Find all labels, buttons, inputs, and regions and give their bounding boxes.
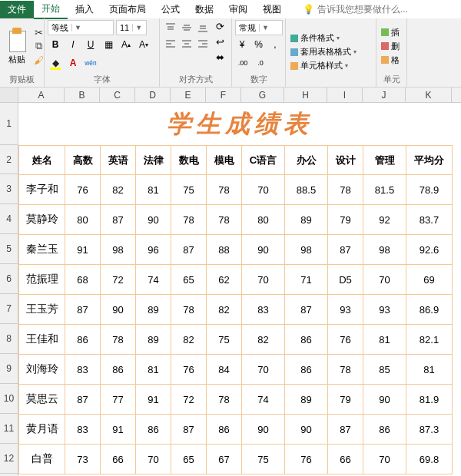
menu-file[interactable]: 文件 xyxy=(0,1,34,18)
menu-insert[interactable]: 插入 xyxy=(68,1,101,18)
average-cell[interactable]: 82.1 xyxy=(406,325,453,355)
align-top-button[interactable] xyxy=(163,20,178,35)
comma-button[interactable]: , xyxy=(268,37,282,52)
score-cell[interactable]: 65 xyxy=(171,445,207,474)
score-cell[interactable]: 68 xyxy=(65,265,101,295)
currency-button[interactable]: ¥ xyxy=(235,37,249,52)
score-cell[interactable]: 86 xyxy=(65,325,101,355)
score-cell[interactable]: 87 xyxy=(328,235,363,265)
menu-page-layout[interactable]: 页面布局 xyxy=(101,1,154,18)
average-cell[interactable]: 81.9 xyxy=(406,385,453,415)
number-format-combo[interactable]: 常规▼ xyxy=(235,20,283,35)
score-cell[interactable]: 90 xyxy=(101,295,136,325)
score-cell[interactable]: 83 xyxy=(65,415,101,445)
copy-icon[interactable]: ⧉ xyxy=(32,40,45,52)
score-cell[interactable]: 90 xyxy=(285,415,328,445)
format-cells-button[interactable]: 格 xyxy=(380,54,403,67)
score-cell[interactable]: 84 xyxy=(207,355,242,385)
score-cell[interactable]: 76 xyxy=(285,445,328,474)
row-header[interactable]: 5 xyxy=(0,234,18,264)
column-header[interactable]: D xyxy=(135,88,171,102)
row-header[interactable]: 11 xyxy=(0,414,18,444)
cut-icon[interactable]: ✂ xyxy=(32,26,45,38)
orientation-button[interactable]: ⟳ xyxy=(214,20,226,32)
student-name-cell[interactable]: 莫静玲 xyxy=(19,205,65,235)
column-header[interactable]: F xyxy=(206,88,241,102)
row-header[interactable]: 12 xyxy=(0,444,18,474)
conditional-format-button[interactable]: 条件格式▾ xyxy=(289,31,373,45)
student-name-cell[interactable]: 莫思云 xyxy=(19,385,65,415)
average-cell[interactable]: 81 xyxy=(406,355,453,385)
score-cell[interactable]: 70 xyxy=(136,445,171,474)
student-name-cell[interactable]: 王玉芳 xyxy=(19,295,65,325)
score-cell[interactable]: 75 xyxy=(171,175,207,205)
menu-review[interactable]: 审阅 xyxy=(221,1,255,18)
column-header[interactable]: K xyxy=(406,88,452,102)
score-cell[interactable]: 82 xyxy=(242,325,285,355)
column-header[interactable]: E xyxy=(171,88,206,102)
score-cell[interactable]: 86 xyxy=(285,325,328,355)
score-cell[interactable]: 70 xyxy=(363,445,406,474)
row-header[interactable]: 8 xyxy=(0,324,18,354)
student-name-cell[interactable]: 刘海玲 xyxy=(19,355,65,385)
score-cell[interactable]: 93 xyxy=(363,295,406,325)
student-name-cell[interactable]: 黄月语 xyxy=(19,415,65,445)
phonetic-button[interactable]: wén xyxy=(83,55,98,71)
score-cell[interactable]: 76 xyxy=(328,325,363,355)
merge-button[interactable]: ⬌ xyxy=(214,51,226,63)
score-cell[interactable]: 90 xyxy=(363,385,406,415)
score-cell[interactable]: 70 xyxy=(242,265,285,295)
font-color-button[interactable]: A xyxy=(65,55,81,71)
score-cell[interactable]: 91 xyxy=(101,415,136,445)
score-cell[interactable]: 96 xyxy=(136,235,171,265)
score-cell[interactable]: 78 xyxy=(207,175,242,205)
score-cell[interactable]: 88.5 xyxy=(285,175,328,205)
paste-button[interactable]: 粘贴 xyxy=(3,26,31,67)
border-button[interactable]: ▦ xyxy=(101,37,116,52)
score-cell[interactable]: 88 xyxy=(207,235,242,265)
score-cell[interactable]: 87 xyxy=(285,295,328,325)
score-cell[interactable]: 98 xyxy=(101,235,136,265)
score-cell[interactable]: 70 xyxy=(363,265,406,295)
score-cell[interactable]: 87 xyxy=(171,415,207,445)
score-cell[interactable]: 82 xyxy=(207,295,242,325)
score-cell[interactable]: 75 xyxy=(242,445,285,474)
score-cell[interactable]: 72 xyxy=(101,265,136,295)
row-header[interactable]: 6 xyxy=(0,264,18,294)
score-cell[interactable]: 85 xyxy=(363,355,406,385)
italic-button[interactable]: I xyxy=(65,37,81,52)
average-cell[interactable]: 69.8 xyxy=(406,445,453,474)
score-cell[interactable]: 78 xyxy=(101,325,136,355)
score-cell[interactable]: 78 xyxy=(328,175,363,205)
average-cell[interactable]: 78.9 xyxy=(406,175,453,205)
average-cell[interactable]: 83.7 xyxy=(406,205,453,235)
score-cell[interactable]: 78 xyxy=(207,205,242,235)
score-cell[interactable]: 91 xyxy=(136,385,171,415)
score-cell[interactable]: 79 xyxy=(328,385,363,415)
row-header[interactable]: 10 xyxy=(0,384,18,414)
score-cell[interactable]: 90 xyxy=(242,235,285,265)
wrap-text-button[interactable]: ↩ xyxy=(214,35,226,48)
score-cell[interactable]: 86 xyxy=(101,355,136,385)
score-cell[interactable]: 81 xyxy=(363,325,406,355)
score-cell[interactable]: 86 xyxy=(136,415,171,445)
score-cell[interactable]: 76 xyxy=(65,175,101,205)
score-cell[interactable]: 87 xyxy=(101,205,136,235)
student-name-cell[interactable]: 王佳和 xyxy=(19,325,65,355)
score-cell[interactable]: 92 xyxy=(363,205,406,235)
row-header[interactable]: 9 xyxy=(0,354,18,384)
score-cell[interactable]: 73 xyxy=(65,445,101,474)
score-cell[interactable]: 83 xyxy=(242,295,285,325)
column-header[interactable]: B xyxy=(65,88,100,102)
score-cell[interactable]: 87 xyxy=(328,415,363,445)
average-cell[interactable]: 69 xyxy=(406,265,453,295)
decrease-decimal-button[interactable]: .0 xyxy=(253,55,268,71)
score-cell[interactable]: 62 xyxy=(207,265,242,295)
row-header[interactable]: 4 xyxy=(0,204,18,234)
average-cell[interactable]: 86.9 xyxy=(406,295,453,325)
score-cell[interactable]: 87 xyxy=(65,385,101,415)
insert-cells-button[interactable]: 插 xyxy=(380,26,403,39)
score-cell[interactable]: 65 xyxy=(171,265,207,295)
student-name-cell[interactable]: 白普 xyxy=(19,445,65,474)
score-cell[interactable]: 78 xyxy=(328,355,363,385)
